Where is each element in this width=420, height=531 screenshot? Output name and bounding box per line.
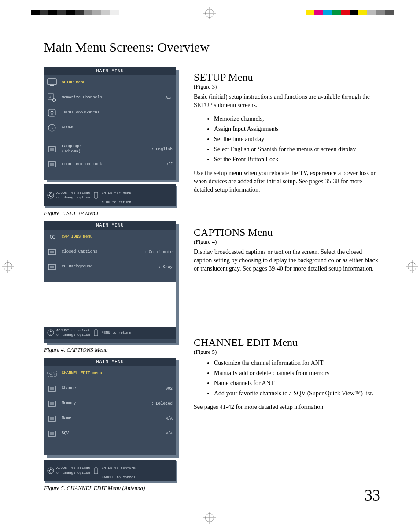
menu-item-value: : N/A (161, 431, 173, 436)
box-icon (47, 262, 57, 272)
remote-icon (92, 191, 100, 199)
menu-item-ccbg: CC Background : Gray (44, 260, 176, 275)
menu-title: MAIN MENU (44, 358, 176, 366)
color-bar-left (31, 10, 119, 15)
bullet: Memorize channels, (214, 114, 380, 123)
menu-item-label: Name (62, 416, 161, 421)
box-icon (47, 145, 57, 154)
menu-item-closedcaptions: Closed Captions : On if mute (44, 245, 176, 260)
bullet: Select English or Spanish for the menus … (214, 145, 380, 154)
registration-mark-icon (4, 262, 12, 271)
crop-mark (385, 505, 407, 527)
color-bar-right (306, 10, 394, 15)
menu-item-input: INPUT ASSIGNMENT (44, 105, 176, 120)
channel-figref: (Figure 5) (194, 349, 380, 356)
footer-text: ENTER for menu MENU to return (102, 186, 131, 204)
svg-rect-12 (94, 192, 98, 198)
menu-item-label: SQV (62, 431, 161, 436)
svg-rect-8 (50, 148, 54, 151)
svg-rect-16 (50, 266, 54, 268)
setup-intro: Basic (initial) setup instructions and f… (194, 93, 380, 110)
setup-figref: (Figure 3) (194, 83, 380, 90)
crop-mark (13, 505, 35, 527)
menu-item-name: Name : N/A (44, 411, 176, 426)
svg-rect-18 (94, 330, 98, 336)
setup-menu-footer: ADJUST to select or change option ENTER … (44, 184, 176, 206)
footer-text: ADJUST to select or change option (56, 328, 90, 338)
tv-icon (47, 78, 57, 88)
menu-item-memory: Memory : Deleted (44, 396, 176, 411)
footer-text: ADJUST to select or change option (56, 466, 90, 475)
svg-rect-14 (50, 251, 54, 253)
menu-item-label: Front Button Lock (62, 162, 161, 167)
menu-item-value: : N/A (161, 416, 173, 421)
registration-mark-icon (205, 513, 214, 522)
channel-edit-footer: ADJUST to select or change option ENTER … (44, 460, 176, 482)
menu-item-label: Memorize Channels (62, 95, 161, 100)
svg-text:2: 2 (49, 95, 51, 99)
box-icon (47, 399, 57, 408)
captions-figref: (Figure 4) (194, 238, 380, 245)
box-icon (47, 384, 57, 394)
figure-caption: Figure 3. SETUP Menu (44, 210, 181, 217)
menu-title: MAIN MENU (44, 67, 176, 75)
bullet: Add your favorite channels to a SQV (Sup… (214, 389, 380, 398)
cc-icon: CC (47, 232, 57, 242)
menu-item-value: : Air (161, 96, 173, 100)
svg-rect-0 (48, 79, 56, 85)
menu-item-label: Channel (62, 386, 161, 391)
dpad-icon (47, 467, 55, 475)
footer-mid: ENTER to confirm (102, 466, 136, 470)
menu-item-chedit: 528 CHANNEL EDIT menu (44, 366, 176, 381)
setup-heading: SETUP Menu (194, 71, 380, 83)
figure-caption: Figure 5. CHANNEL EDIT Menu (Antenna) (44, 485, 181, 492)
menu-item-value: : Deleted (151, 401, 173, 406)
bullet: Set the time and day (214, 134, 380, 144)
channel-edit-menu-figure: MAIN MENU 528 CHANNEL EDIT menu Channel … (44, 358, 176, 455)
page-number: 33 (365, 486, 380, 505)
svg-text:528: 528 (49, 372, 55, 376)
setup-bullets: Memorize channels, Assign Input Assignme… (214, 114, 380, 164)
menu-title: MAIN MENU (44, 221, 176, 230)
menu-item-label: CAPTIONS menu (62, 234, 173, 240)
captions-body: Display broadcasted captions or text on … (194, 248, 380, 273)
remote-icon (92, 467, 100, 475)
bullet: Name channels for ANT (214, 379, 380, 388)
menu-item-setup: SETUP menu (44, 75, 176, 90)
footer-mid: ENTER for menu (102, 191, 131, 195)
svg-point-4 (52, 98, 56, 102)
box-icon (47, 247, 57, 257)
menu-item-label: INPUT ASSIGNMENT (62, 110, 173, 115)
page-title: Main Menu Screens: Overview (44, 40, 380, 55)
channel-bullets: Customize the channel information for AN… (214, 358, 380, 398)
bullet: Manually add or delete channels from mem… (214, 368, 380, 378)
box-icon (47, 414, 57, 423)
footer-text: ENTER to confirm CANCEL to cancel (102, 461, 136, 480)
svg-rect-24 (50, 402, 54, 405)
svg-rect-1 (50, 85, 54, 86)
menu-item-clock: CLOCK (44, 120, 176, 135)
footer-text: ADJUST to select or change option (56, 191, 90, 200)
input-icon (47, 108, 57, 118)
menu-item-value: : On if mute (144, 250, 173, 254)
footer-right: MENU to return (102, 200, 131, 204)
registration-mark-icon (205, 9, 214, 18)
menu-item-label: Closed Captions (62, 249, 144, 255)
remote-icon (92, 329, 100, 337)
dpad-icon (47, 191, 55, 199)
setup-outro: Use the setup menu when you relocate the… (194, 169, 380, 194)
svg-rect-10 (50, 163, 54, 166)
menu-item-memorize: 2 Memorize Channels : Air (44, 90, 176, 105)
menu-item-value: : Off (161, 162, 173, 167)
menu-item-label: CLOCK (62, 125, 173, 130)
menu-item-label: SETUP menu (62, 80, 173, 85)
menu-item-value: : English (151, 147, 173, 152)
footer-right: CANCEL to cancel (102, 475, 136, 479)
svg-rect-30 (94, 468, 98, 474)
menu-item-language: Language (Idioma) : English (44, 141, 176, 157)
dpad-icon (47, 329, 55, 337)
footer-text: MENU to return (102, 330, 131, 335)
channel-outro: See pages 41-42 for more detailed setup … (194, 403, 380, 412)
crop-mark (13, 4, 35, 26)
clock-icon (47, 123, 57, 133)
